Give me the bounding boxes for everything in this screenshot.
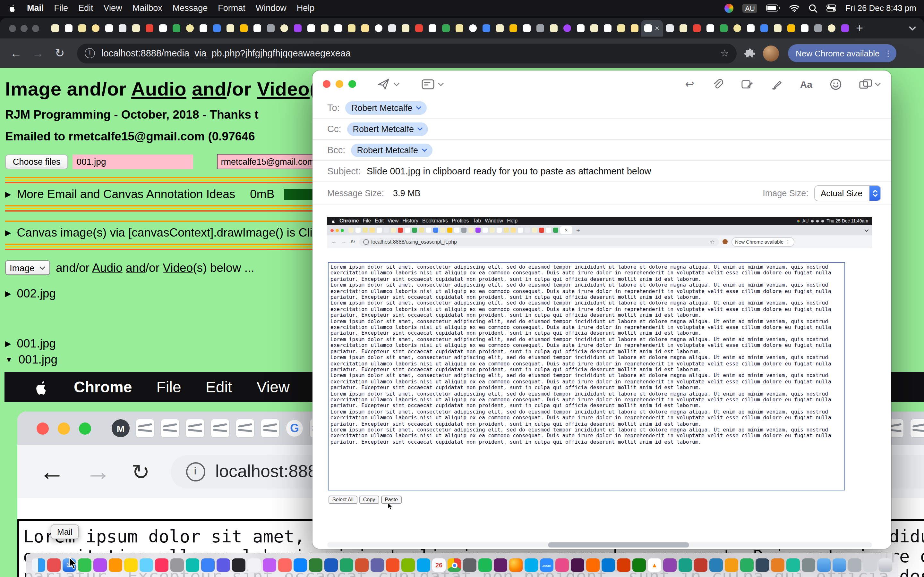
to-field-row[interactable]: To: Robert Metcalfe	[312, 97, 891, 119]
dock-icon-app-39[interactable]	[617, 558, 630, 572]
file-name-field[interactable]: 001.jpg	[73, 154, 194, 169]
extensions-icon[interactable]	[744, 48, 755, 59]
input-source-badge[interactable]: AU	[742, 3, 758, 13]
browser-tab[interactable]	[250, 20, 264, 37]
browser-tab[interactable]	[601, 20, 614, 37]
dock-icon-app-50[interactable]	[787, 558, 800, 572]
dock-icon-folder-downloads[interactable]	[817, 558, 830, 572]
message-body[interactable]: Chrome FileEditViewHistoryBookmarksProfi…	[312, 205, 891, 549]
browser-tab[interactable]	[573, 20, 587, 37]
attach-button[interactable]	[712, 78, 724, 90]
image-size-select[interactable]: Actual Size	[814, 185, 881, 201]
chevron-down-icon[interactable]	[415, 106, 421, 110]
dock-icon-app-40[interactable]	[632, 558, 646, 572]
scrollbar-thumb[interactable]	[548, 542, 689, 548]
dock-icon-trash[interactable]	[879, 558, 892, 572]
browser-tab[interactable]	[237, 20, 250, 37]
browser-tab[interactable]	[264, 20, 277, 37]
triangle-collapsed-icon[interactable]: ▶	[5, 228, 11, 237]
dock-icon-app-49[interactable]	[771, 558, 784, 572]
browser-tab-active[interactable]: ×	[641, 20, 663, 37]
dock-icon-app-26[interactable]	[417, 558, 430, 572]
menu-format[interactable]: Format	[218, 3, 246, 13]
brush-button[interactable]	[771, 78, 783, 90]
browser-tab[interactable]	[61, 20, 75, 37]
browser-tab[interactable]	[811, 20, 825, 37]
format-button[interactable]: Aa	[800, 79, 813, 89]
browser-tab[interactable]	[425, 20, 439, 37]
dock-icon-app-33[interactable]	[525, 558, 538, 572]
menu-window[interactable]: Window	[256, 3, 286, 13]
browser-tab[interactable]	[412, 20, 425, 37]
dock-icon-folder-documents[interactable]	[833, 558, 846, 572]
recipient-token[interactable]: Robert Metcalfe	[346, 101, 427, 114]
triangle-collapsed-icon[interactable]: ▶	[5, 190, 11, 199]
spotlight-icon[interactable]	[809, 3, 818, 13]
menu-clock[interactable]: Fri 26 Dec 8:43 pm	[845, 3, 916, 13]
dock-icon-app-54[interactable]	[848, 558, 861, 572]
lorem-textarea[interactable]: Lorem ipsum dolor sit amet, consectetur …	[328, 262, 845, 490]
dock-icon-app-13[interactable]	[216, 558, 230, 572]
browser-tab[interactable]	[399, 20, 412, 37]
browser-tab[interactable]	[183, 20, 196, 37]
tab-search-chevron-icon[interactable]	[909, 26, 916, 31]
dock-icon-app-51[interactable]	[802, 558, 815, 572]
dock-icon-vlc[interactable]: ▲	[648, 558, 661, 572]
audio-link[interactable]: Audio	[131, 78, 186, 99]
attached-screenshot[interactable]: Chrome FileEditViewHistoryBookmarksProfi…	[327, 217, 872, 543]
dock-icon-app-21[interactable]	[340, 558, 353, 572]
dock-icon-app-42[interactable]	[663, 558, 677, 572]
menu-app-name[interactable]: Mail	[27, 3, 44, 13]
browser-tab[interactable]	[344, 20, 358, 37]
triangle-collapsed-icon[interactable]: ▶	[5, 289, 11, 298]
dock-icon-app-37[interactable]	[586, 558, 599, 572]
menu-help[interactable]: Help	[297, 3, 315, 13]
dock-icon-app-55[interactable]	[863, 558, 877, 572]
and-link[interactable]: and	[126, 261, 145, 274]
subject-field-row[interactable]: Subject: Slide 001.jpg in clipboard read…	[312, 161, 891, 182]
dock-icon-app-11[interactable]	[186, 558, 199, 572]
battery-icon[interactable]	[766, 5, 780, 11]
browser-tab[interactable]	[196, 20, 210, 37]
subject-value[interactable]: Slide 001.jpg in clipboard ready for you…	[367, 166, 651, 176]
browser-tab[interactable]	[358, 20, 372, 37]
and-link[interactable]: and	[192, 78, 226, 99]
browser-tab[interactable]	[452, 20, 466, 37]
email-input[interactable]: rmetcalfe15@gmail.com	[217, 154, 326, 169]
bcc-field-row[interactable]: Bcc: Robert Metcalfe	[312, 140, 891, 161]
browser-tab[interactable]	[331, 20, 344, 37]
wifi-icon[interactable]	[790, 4, 800, 12]
browser-tab[interactable]	[493, 20, 506, 37]
menu-edit[interactable]: Edit	[78, 3, 94, 13]
menu-mailbox[interactable]: Mailbox	[132, 3, 162, 13]
triangle-expanded-icon[interactable]: ▼	[5, 355, 13, 364]
dock-icon-app-29[interactable]	[463, 558, 477, 572]
dock-icon-app-2[interactable]	[47, 558, 61, 572]
header-fields-button[interactable]	[422, 79, 444, 89]
browser-tab[interactable]	[560, 20, 573, 37]
browser-tab[interactable]	[89, 20, 102, 37]
triangle-collapsed-icon[interactable]: ▶	[5, 339, 11, 348]
dock-icon-app-6[interactable]	[109, 558, 122, 572]
dock-icon-finder[interactable]	[32, 558, 45, 572]
recipient-token[interactable]: Robert Metcalfe	[351, 143, 432, 157]
reload-button[interactable]: ↻	[50, 44, 69, 63]
browser-tab[interactable]	[798, 20, 811, 37]
dock-icon-app-9[interactable]	[155, 558, 168, 572]
window-zoom-button[interactable]	[32, 25, 39, 32]
dock-icon-app-47[interactable]	[740, 558, 754, 572]
dock-icon-app-14[interactable]	[232, 558, 246, 572]
dock-icon-app-24[interactable]	[386, 558, 399, 572]
browser-tab[interactable]	[757, 20, 771, 37]
browser-tab[interactable]	[156, 20, 170, 37]
browser-tab[interactable]	[479, 20, 493, 37]
dock-icon-zoom[interactable]: zoom	[540, 558, 553, 572]
dock-icon-app-48[interactable]	[756, 558, 769, 572]
browser-tab[interactable]	[533, 20, 547, 37]
browser-tab[interactable]	[547, 20, 560, 37]
dock-icon-app-35[interactable]	[556, 558, 569, 572]
dock-icon-firefox[interactable]	[509, 558, 523, 572]
profile-avatar[interactable]	[763, 45, 779, 61]
browser-tab[interactable]	[663, 20, 676, 37]
browser-tab[interactable]	[784, 20, 798, 37]
